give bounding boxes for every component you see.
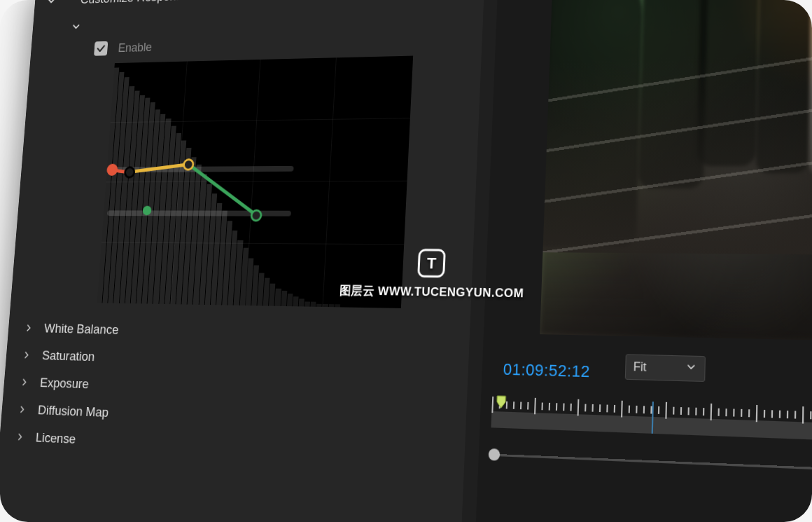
- section-label: Diffusion Map: [37, 402, 109, 420]
- section-label: Saturation: [41, 348, 95, 364]
- chevron-right-icon: [16, 402, 29, 416]
- chevron-right-icon: [18, 375, 31, 389]
- chevron-right-icon: [22, 321, 36, 335]
- section-label: White Balance: [43, 320, 119, 337]
- curve-node[interactable]: [124, 166, 136, 178]
- collapse-sub-icon[interactable]: [70, 20, 83, 34]
- scrub-knob[interactable]: [489, 448, 500, 461]
- section-label: License: [35, 430, 76, 446]
- slider-track[interactable]: [107, 210, 291, 216]
- scrub-bar[interactable]: [490, 450, 812, 476]
- collapse-icon[interactable]: [45, 0, 57, 7]
- timecode[interactable]: 01:09:52:12: [503, 360, 590, 382]
- effects-panel: Customize Response Enable: [0, 0, 486, 522]
- chevron-right-icon: [20, 348, 34, 362]
- curve-node[interactable]: [251, 210, 262, 222]
- timeline-ruler[interactable]: [491, 397, 812, 450]
- enable-checkbox[interactable]: [94, 41, 108, 56]
- chevron-down-icon: [685, 361, 697, 376]
- zoom-dropdown[interactable]: Fit: [625, 354, 706, 382]
- chevron-right-icon: [13, 430, 27, 444]
- preview-pane: 01:09:52:12 Fit: [472, 0, 812, 522]
- section-label: Exposure: [39, 375, 89, 392]
- zoom-label: Fit: [634, 360, 647, 374]
- curve-node[interactable]: [106, 164, 118, 176]
- response-curve-editor[interactable]: [97, 56, 414, 308]
- enable-label: Enable: [118, 40, 153, 55]
- playhead-icon[interactable]: [496, 395, 506, 412]
- panel-title: Customize Response: [80, 0, 189, 7]
- video-preview[interactable]: [540, 0, 812, 343]
